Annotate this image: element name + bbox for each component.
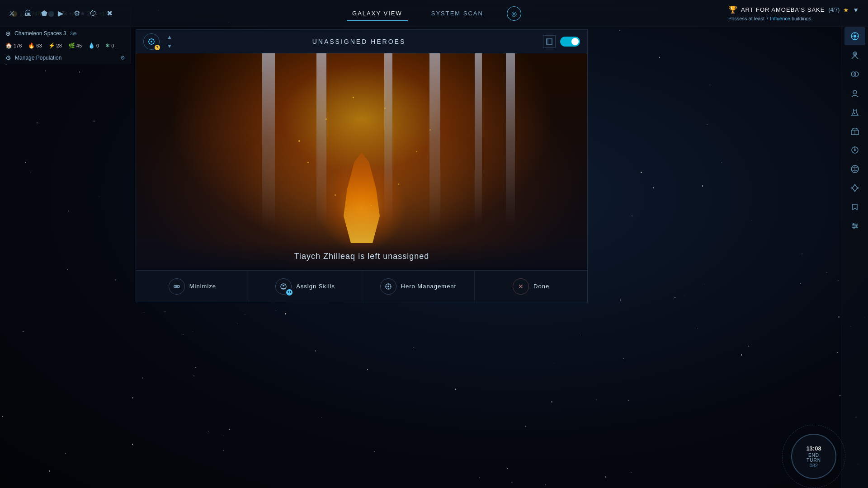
nav-icon-7[interactable]: ✖ <box>102 6 117 21</box>
planet-icon: ⊕ <box>5 30 11 37</box>
star <box>245 314 245 314</box>
star <box>707 124 708 125</box>
minimize-button[interactable]: Minimize <box>136 271 249 302</box>
manage-settings-icon: ⚙ <box>120 55 125 61</box>
done-button[interactable]: ✕ Done <box>475 271 587 302</box>
modal-toggle[interactable] <box>560 37 580 47</box>
top-nav-right: 🏆 ART FOR AMOEBA'S SAKE (4/7) ★ ▼ Posses… <box>728 5 868 21</box>
sidebar-btn-quest[interactable] <box>844 198 865 216</box>
approval-stat: 🔥 63 <box>28 42 42 49</box>
minimize-icon <box>169 278 185 295</box>
quest-progress: (4/7) <box>828 7 840 13</box>
star <box>165 311 165 312</box>
nav-icon-3[interactable]: ⬟ <box>37 6 52 21</box>
planet-name: Chameleon Spaces 3 <box>14 30 66 37</box>
svg-point-46 <box>387 286 389 287</box>
modal-gear-icon: ? <box>143 33 160 50</box>
star <box>741 354 742 356</box>
svg-point-28 <box>853 227 855 229</box>
question-mark-badge: ? <box>155 45 160 50</box>
modal-arrow-down[interactable]: ▼ <box>164 42 175 50</box>
done-icon: ✕ <box>513 278 529 295</box>
star <box>605 476 607 478</box>
svg-line-35 <box>149 39 150 40</box>
assign-skills-icon: 11 <box>275 278 292 295</box>
assign-skills-button[interactable]: 11 Assign Skills <box>249 271 362 302</box>
influence-value: 45 <box>76 43 82 48</box>
svg-point-7 <box>854 53 856 55</box>
sidebar-btn-espionage[interactable] <box>844 141 865 159</box>
sidebar-btn-science[interactable] <box>844 103 865 121</box>
star <box>748 346 749 347</box>
done-label: Done <box>533 283 549 290</box>
nav-icon-6[interactable]: ⏱ <box>86 6 100 21</box>
nav-icon-1[interactable]: ⚔ <box>5 6 19 21</box>
star <box>99 197 99 197</box>
top-nav-left-icons: ⚔ 🏛 ⬟ ▶ ⚙ ⏱ ✖ <box>0 6 117 21</box>
tab-galaxy-view[interactable]: GALAXY VIEW <box>347 6 408 20</box>
star <box>68 211 70 212</box>
sidebar-btn-systems[interactable] <box>844 160 865 178</box>
nav-icon-5[interactable]: ⚙ <box>70 6 84 21</box>
military-icon: ⚡ <box>48 42 55 49</box>
star <box>659 57 660 58</box>
nav-icon-2[interactable]: 🏛 <box>21 6 35 21</box>
morale-value: 0 <box>111 43 114 48</box>
pillar-1 <box>262 53 275 227</box>
sidebar-btn-heroes[interactable] <box>844 84 865 102</box>
tab-system-scan[interactable]: SYSTEM SCAN <box>426 6 489 20</box>
hero-status-text: Tiaych Zhilleaq is left unassigned <box>150 252 574 261</box>
food-stat: 💧 0 <box>88 42 99 49</box>
sidebar-btn-marketplace[interactable] <box>844 122 865 140</box>
star <box>115 279 116 281</box>
assign-skills-label: Assign Skills <box>296 283 335 290</box>
modal-arrow-up[interactable]: ▲ <box>164 33 175 41</box>
star <box>551 401 552 403</box>
stats-row: 🏠 176 🔥 63 ⚡ 28 🌿 45 💧 0 ❄ 0 <box>0 40 131 52</box>
svg-line-37 <box>153 39 154 40</box>
particle-10 <box>371 205 372 206</box>
star <box>545 484 546 485</box>
star <box>25 162 26 162</box>
pop-value: 176 <box>14 43 22 48</box>
star <box>579 335 580 336</box>
sidebar-btn-fleets[interactable] <box>844 179 865 197</box>
star <box>697 328 698 328</box>
star <box>837 352 838 353</box>
scan-icon[interactable]: ◎ <box>507 6 521 21</box>
star <box>367 369 368 370</box>
star <box>65 453 66 454</box>
modal-footer: Minimize 11 Assign Skills <box>136 270 587 302</box>
pillar-5 <box>475 53 482 227</box>
military-stat: ⚡ 28 <box>48 42 62 49</box>
star <box>800 283 801 284</box>
star <box>144 312 144 313</box>
planet-row[interactable]: ⊕ Chameleon Spaces 3 3⊕ <box>0 27 131 40</box>
expand-button[interactable]: ▼ <box>853 6 859 14</box>
manage-population-row[interactable]: ⚙ Manage Population ⚙ <box>0 52 131 64</box>
morale-icon: ❄ <box>105 42 110 49</box>
star <box>596 399 597 400</box>
sidebar-btn-military[interactable] <box>844 46 865 64</box>
food-icon: 💧 <box>88 42 95 49</box>
sidebar-btn-empire[interactable] <box>844 27 865 45</box>
star <box>641 172 642 173</box>
modal-nav-arrows: ▲ ▼ <box>164 33 175 50</box>
approval-value: 63 <box>36 43 42 48</box>
svg-rect-39 <box>547 39 552 44</box>
sidebar-btn-diplomacy[interactable] <box>844 65 865 83</box>
end-turn-button[interactable]: 13:08 ENDTURN 082 <box>791 434 836 479</box>
modal-expand-button[interactable] <box>543 35 556 48</box>
right-sidebar <box>841 0 868 488</box>
particle-8 <box>429 129 431 131</box>
star <box>67 269 68 270</box>
quest-icon: 🏆 <box>728 5 737 14</box>
star <box>223 436 223 436</box>
hero-management-button[interactable]: Hero Management <box>362 271 475 302</box>
svg-point-26 <box>853 223 854 225</box>
sidebar-btn-options[interactable] <box>844 217 865 235</box>
nav-icon-4[interactable]: ▶ <box>53 6 68 21</box>
particle-6 <box>398 183 399 185</box>
star <box>45 70 46 71</box>
influence-stat: 🌿 45 <box>68 42 82 49</box>
